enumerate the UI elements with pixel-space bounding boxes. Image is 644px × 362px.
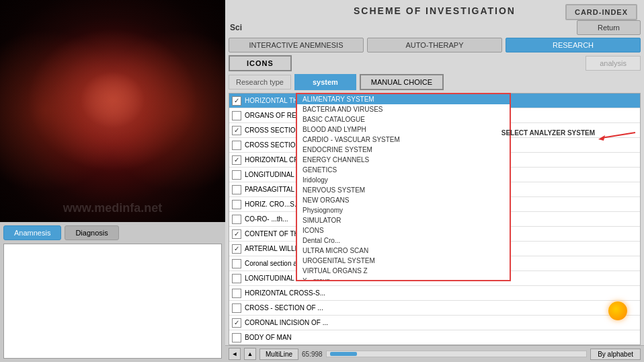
dropdown-item[interactable]: Physiognomy <box>297 205 510 215</box>
return-button[interactable]: Return <box>577 20 641 35</box>
dropdown-item[interactable]: BASIC CATALOGUE <box>297 114 510 124</box>
bottom-left-panel: Anamnesis Diagnosis <box>0 222 225 362</box>
dropdown-item[interactable]: NERVOUS SYSTEM <box>297 185 510 195</box>
dropdown-item[interactable]: VIRTUAL ORGANS Z <box>297 266 510 276</box>
svg-marker-1 <box>598 135 605 141</box>
system-button[interactable]: system <box>294 74 356 90</box>
scrollbar-thumb <box>330 352 357 356</box>
auto-therapy-button[interactable]: AUTO-THERAPY <box>367 38 502 52</box>
dropdown-item[interactable]: ICONS <box>297 225 510 236</box>
right-panel: SCHEME OF INVESTIGATION CARD-INDEX Sci R… <box>225 0 644 362</box>
table-row[interactable]: HORIZONTAL CROSS-S... <box>229 286 640 301</box>
multiline-button[interactable]: MultiLine <box>259 349 298 360</box>
bottom-bar: ◄ ▲ MultiLine 65:998 By alphabet <box>225 345 644 362</box>
dropdown-item[interactable]: BLOOD AND LYMPH <box>297 124 510 135</box>
row-label: CORONAL INCISION OF ... <box>245 319 328 326</box>
table-row[interactable]: ✓CORONAL INCISION OF ... <box>229 316 640 330</box>
row-label: CROSS - SECTION OF ... <box>245 304 323 312</box>
nav-first-button[interactable]: ◄ <box>229 348 241 360</box>
row-checkbox[interactable]: ✓ <box>232 96 241 106</box>
table-row[interactable]: BODY OF MAN <box>229 330 640 345</box>
return-row: Sci Return <box>225 19 644 38</box>
row-checkbox[interactable]: ✓ <box>232 126 241 135</box>
dropdown-item[interactable]: X - group <box>297 276 510 280</box>
dropdown-item[interactable]: UROGENITAL SYSTEM <box>297 256 510 266</box>
dropdown-item[interactable]: ALIMENTARY SYSTEM <box>297 94 510 104</box>
left-panel: Anamnesis Diagnosis <box>0 0 225 362</box>
row-checkbox[interactable] <box>232 141 241 150</box>
orange-indicator <box>608 301 627 320</box>
card-index-button[interactable]: CARD-INDEX <box>565 4 637 20</box>
row-checkbox[interactable]: ✓ <box>232 318 241 328</box>
row-checkbox[interactable] <box>232 259 241 268</box>
row-checkbox[interactable]: ✓ <box>232 155 241 165</box>
row-label: HORIZ. CRO...S... <box>245 201 300 208</box>
row-checkbox[interactable] <box>232 200 241 209</box>
red-arrow-icon <box>598 124 639 141</box>
research-button[interactable]: RESEARCH <box>506 38 641 52</box>
research-type-label: Research type <box>229 75 291 89</box>
dropdown-item[interactable]: Dental Cro... <box>297 236 510 246</box>
row-checkbox[interactable] <box>232 170 241 180</box>
manual-choice-button[interactable]: MANUAL CHOICE <box>360 74 444 90</box>
anamnesis-tab[interactable]: Anamnesis <box>3 225 61 240</box>
dropdown-item[interactable]: NEW ORGANS <box>297 195 510 205</box>
row-checkbox[interactable] <box>232 274 241 283</box>
dropdown-scroll[interactable]: ALIMENTARY SYSTEMBACTERIA AND VIRUSESBAS… <box>297 94 510 280</box>
row-checkbox[interactable]: ✓ <box>232 229 241 239</box>
interactive-anemnesis-button[interactable]: INTERACTIVE ANEMNESIS <box>229 38 364 52</box>
annotation-text: SELECT ANALYZER SYSTEM <box>501 129 595 137</box>
sci-label: Sci <box>229 23 242 32</box>
by-alphabet-button[interactable]: By alphabet <box>590 349 641 360</box>
annotation-container: SELECT ANALYZER SYSTEM <box>501 124 639 141</box>
analysis-button[interactable]: analysis <box>586 56 641 71</box>
svg-line-0 <box>602 133 635 138</box>
system-dropdown[interactable]: ALIMENTARY SYSTEMBACTERIA AND VIRUSESBAS… <box>296 93 511 281</box>
dropdown-item[interactable]: GENETICS <box>297 165 510 175</box>
dropdown-item[interactable]: ULTRA MICRO SCAN <box>297 246 510 256</box>
dropdown-item[interactable]: Iridology <box>297 175 510 185</box>
row-label: CO-RO- ...th... <box>245 215 288 223</box>
row-label: BODY OF MAN <box>245 334 292 341</box>
row-checkbox[interactable]: ✓ <box>232 244 241 254</box>
medical-image <box>0 0 225 222</box>
row-label: HORIZONTAL CROSS-S... <box>245 289 325 297</box>
row-checkbox[interactable] <box>232 289 241 298</box>
dropdown-item[interactable]: BACTERIA AND VIRUSES <box>297 104 510 114</box>
diagnosis-tab[interactable]: Diagnosis <box>65 225 118 240</box>
row-checkbox[interactable] <box>232 333 241 342</box>
nav-row: INTERACTIVE ANEMNESIS AUTO-THERAPY RESEA… <box>225 38 644 55</box>
position-info: 65:998 <box>302 351 323 358</box>
page-title: SCHEME OF INVESTIGATION CARD-INDEX <box>225 0 644 19</box>
horizontal-scrollbar[interactable] <box>326 351 588 357</box>
row-checkbox[interactable] <box>232 215 241 224</box>
research-type-row: Research type system MANUAL CHOICE <box>225 74 644 93</box>
dropdown-item[interactable]: SIMULATOR <box>297 215 510 225</box>
row-checkbox[interactable] <box>232 111 241 120</box>
anamnesis-text-area <box>3 244 222 359</box>
dropdown-item[interactable]: CARDIO - VASCULAR SYSTEM <box>297 135 510 145</box>
icons-button[interactable]: ICONS <box>229 55 292 71</box>
row-checkbox[interactable] <box>232 303 241 313</box>
row-checkbox[interactable] <box>232 185 241 194</box>
table-row[interactable]: CROSS - SECTION OF ... <box>229 301 640 316</box>
tab-row: Anamnesis Diagnosis <box>3 225 222 240</box>
dropdown-item[interactable]: ENDOCRINE SYSTEM <box>297 145 510 155</box>
icon-row: ICONS analysis <box>225 55 644 74</box>
dropdown-item[interactable]: ENERGY CHANNELS <box>297 155 510 165</box>
nav-prev-button[interactable]: ▲ <box>244 348 256 360</box>
